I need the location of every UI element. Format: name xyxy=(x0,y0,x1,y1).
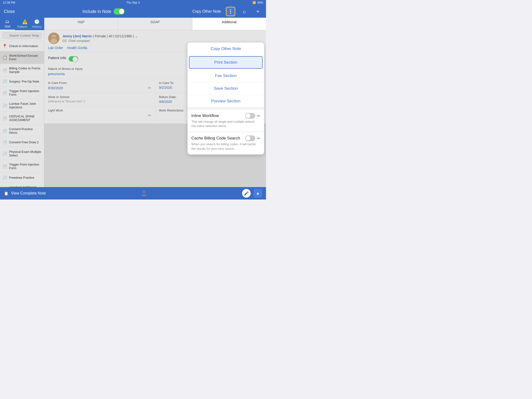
footer-line-count: 0 xyxy=(141,190,146,194)
sub-tab-additional[interactable]: Additional xyxy=(192,18,266,30)
status-time: 12:38 PM xyxy=(3,1,15,4)
cache-billing-toggle[interactable] xyxy=(245,135,255,141)
scroll-up-button[interactable]: ▲ xyxy=(253,189,262,198)
include-in-note-toggle[interactable] xyxy=(114,8,125,15)
dropdown-print-section[interactable]: Print Section xyxy=(189,56,263,69)
footer-doc-icon: 📋 xyxy=(4,191,9,196)
dropdown-fax-section[interactable]: Fax Section xyxy=(188,70,264,82)
tab-history-label: History xyxy=(32,25,42,28)
tab-history[interactable]: 🕐 History xyxy=(29,18,44,30)
dropdown-divider xyxy=(188,108,264,110)
header-center: Include in Note xyxy=(82,8,125,15)
add-button[interactable]: + xyxy=(253,7,262,16)
tab-visit[interactable]: 🗂 Visit xyxy=(0,18,15,30)
header-right: Copy Other Note ⌕ + xyxy=(192,7,262,16)
nav-area: 🗂 Visit 👤⚠️ Patient 🕐 History H&P SOAP A… xyxy=(0,18,266,30)
cache-billing-row: Cache Billing Code Search ✏ When you sea… xyxy=(188,132,264,154)
footer-center: 0 Line xyxy=(141,190,146,197)
status-date: Thu Sep 3 xyxy=(126,1,139,4)
history-icon: 🕐 xyxy=(34,19,39,24)
footer-line-label: Line xyxy=(141,194,146,197)
three-dot-icon xyxy=(230,9,231,14)
cache-billing-title-row: Cache Billing Code Search ✏ xyxy=(191,135,260,141)
wifi-icon: 📶 xyxy=(252,1,256,4)
footer-label: View Complete Note xyxy=(11,191,46,196)
cache-billing-label: Cache Billing Code Search xyxy=(191,136,240,141)
sub-tabs: H&P SOAP Additional xyxy=(44,18,266,30)
dropdown-preview-section[interactable]: Preview Section xyxy=(188,95,264,108)
cache-billing-desc: When you search for billing codes, it wi… xyxy=(191,142,260,151)
footer-right: 🎤 ▲ xyxy=(242,189,262,198)
patient-icon: 👤⚠️ xyxy=(17,19,27,24)
visit-icon: 🗂 xyxy=(5,19,10,24)
inline-workflow-title-row: Inline Workflow ✏ xyxy=(191,113,260,119)
sub-tab-hp[interactable]: H&P xyxy=(44,18,118,30)
tab-patient-label: Patient xyxy=(17,25,27,28)
tab-visit-label: Visit xyxy=(5,25,10,28)
inline-workflow-label: Inline Workflow xyxy=(191,113,219,118)
inline-workflow-pen[interactable]: ✏ xyxy=(257,114,260,118)
mic-button[interactable]: 🎤 xyxy=(242,189,251,198)
three-dot-button[interactable] xyxy=(226,7,235,16)
include-in-note-label: Include in Note xyxy=(82,9,111,14)
inline-workflow-toggle[interactable] xyxy=(245,113,255,119)
cache-billing-pen[interactable]: ✏ xyxy=(257,136,260,141)
close-button[interactable]: Close xyxy=(4,9,15,14)
inline-workflow-desc: This will change all single and multiple… xyxy=(191,120,260,128)
dropdown-save-section[interactable]: Save Section xyxy=(188,82,264,95)
battery-text: 56% xyxy=(257,1,263,4)
search-button[interactable]: ⌕ xyxy=(240,7,249,16)
header-bar: Close Include in Note Copy Other Note ⌕ … xyxy=(0,5,266,18)
footer: 📋 View Complete Note 0 Line 🎤 ▲ xyxy=(0,187,266,200)
inline-workflow-row: Inline Workflow ✏ This will change all s… xyxy=(188,110,264,132)
copy-other-note-label[interactable]: Copy Other Note xyxy=(192,9,221,14)
tab-patient[interactable]: 👤⚠️ Patient xyxy=(15,18,30,30)
dropdown-copy-other-note[interactable]: Copy Other Note xyxy=(188,43,264,55)
view-complete-note-button[interactable]: 📋 View Complete Note xyxy=(4,191,46,196)
status-right: 📶 56% xyxy=(252,1,263,4)
sidebar-tabs: 🗂 Visit 👤⚠️ Patient 🕐 History xyxy=(0,18,44,30)
sub-tab-soap[interactable]: SOAP xyxy=(118,18,192,30)
status-bar: 12:38 PM Thu Sep 3 📶 56% xyxy=(0,0,266,5)
dropdown-menu: Copy Other Note Print Section Fax Sectio… xyxy=(188,43,264,155)
